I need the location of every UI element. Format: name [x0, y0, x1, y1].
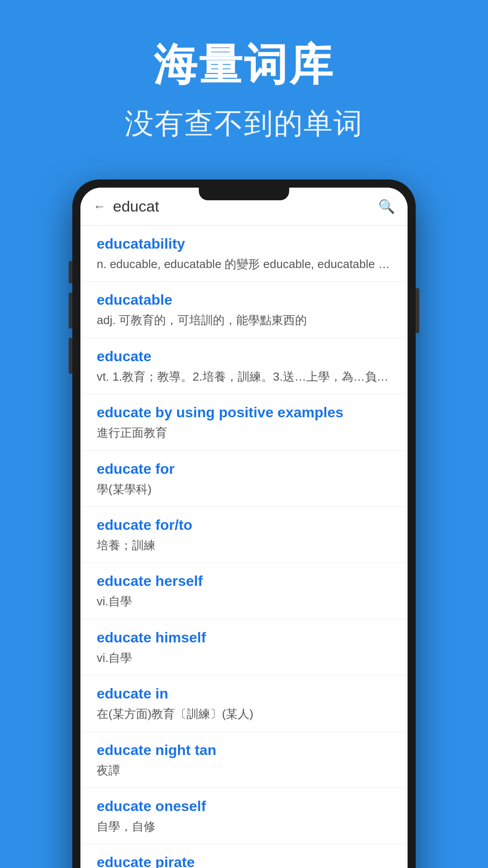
result-definition: n. educable, educatable 的變形 educable, ed… — [97, 256, 391, 272]
result-definition: 學(某學科) — [97, 481, 391, 497]
result-term: educatability — [97, 236, 391, 252]
result-term: educatable — [97, 292, 391, 308]
result-term: educate night tan — [97, 742, 391, 759]
result-definition: 培養；訓練 — [97, 537, 391, 553]
list-item[interactable]: educatabilityn. educable, educatable 的變形… — [80, 226, 408, 282]
result-definition: 夜譚 — [97, 762, 391, 778]
sub-title: 没有查不到的单词 — [125, 104, 363, 143]
result-term: educate herself — [97, 573, 391, 590]
list-item[interactable]: educatableadj. 可教育的，可培訓的，能學點東西的 — [80, 282, 408, 338]
list-item[interactable]: educate himselfvi.自學 — [80, 619, 408, 675]
phone-frame: ← 🔍 educatabilityn. educable, educatable… — [72, 179, 416, 868]
result-definition: vi.自學 — [97, 650, 391, 666]
result-term: educate himself — [97, 629, 391, 646]
results-list: educatabilityn. educable, educatable 的變形… — [80, 226, 408, 868]
phone-container: ← 🔍 educatabilityn. educable, educatable… — [72, 179, 416, 868]
side-buttons-right — [416, 288, 419, 333]
list-item[interactable]: educate for學(某學科) — [80, 451, 408, 507]
result-definition: 進行正面教育 — [97, 425, 391, 441]
result-definition: 在(某方面)教育〔訓練〕(某人) — [97, 706, 391, 722]
back-button[interactable]: ← — [93, 199, 106, 214]
result-definition: vi.自學 — [97, 593, 391, 609]
volume-up-button — [69, 292, 72, 329]
result-definition: vt. 1.教育；教導。2.培養，訓練。3.送…上學，為…負擔學費。 n... — [97, 368, 391, 385]
result-definition: 自學，自修 — [97, 818, 391, 835]
list-item[interactable]: educate herselfvi.自學 — [80, 563, 408, 619]
phone-screen: ← 🔍 educatabilityn. educable, educatable… — [80, 188, 408, 868]
volume-down-button — [69, 338, 72, 374]
right-side-button — [416, 288, 419, 333]
list-item[interactable]: educate oneself自學，自修 — [80, 788, 408, 844]
list-item[interactable]: educate night tan夜譚 — [80, 732, 408, 788]
result-term: educate by using positive examples — [97, 404, 391, 421]
result-term: educate for/to — [97, 517, 391, 533]
header-section: 海量词库 没有查不到的单词 — [0, 0, 488, 161]
list-item[interactable]: educatevt. 1.教育；教導。2.培養，訓練。3.送…上學，為…負擔學費… — [80, 338, 408, 394]
side-buttons-left — [69, 261, 72, 374]
list-item[interactable]: educate pirate教育海盜 — [80, 844, 408, 868]
result-term: educate oneself — [97, 798, 391, 815]
search-icon[interactable]: 🔍 — [378, 198, 395, 214]
list-item[interactable]: educate by using positive examples進行正面教育 — [80, 394, 408, 450]
result-term: educate pirate — [97, 854, 391, 868]
result-term: educate in — [97, 685, 391, 702]
result-term: educate for — [97, 461, 391, 477]
result-term: educate — [97, 348, 391, 365]
main-title: 海量词库 — [154, 36, 334, 95]
result-definition: adj. 可教育的，可培訓的，能學點東西的 — [97, 312, 391, 328]
list-item[interactable]: educate in在(某方面)教育〔訓練〕(某人) — [80, 675, 408, 731]
phone-notch — [199, 188, 289, 200]
list-item[interactable]: educate for/to培養；訓練 — [80, 507, 408, 563]
power-button — [69, 261, 72, 283]
